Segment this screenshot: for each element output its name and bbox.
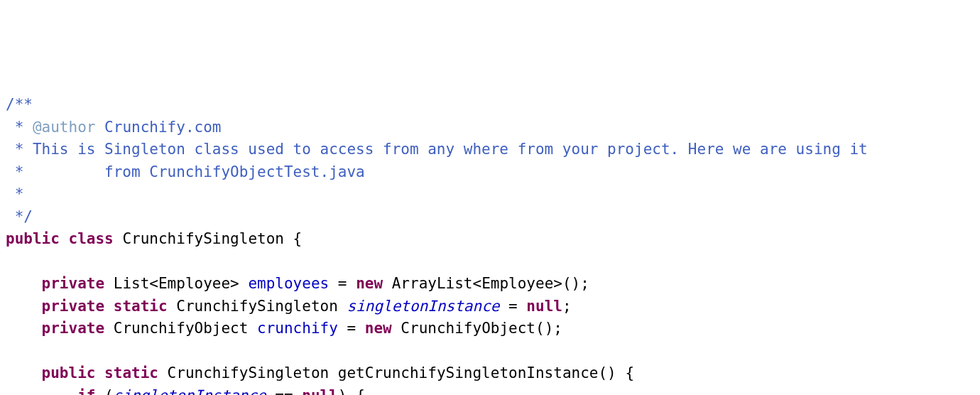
code-text <box>6 320 42 337</box>
static-field: singletonInstance <box>347 298 499 315</box>
static-field: singletonInstance <box>114 387 266 396</box>
code-text <box>6 275 42 292</box>
keyword: null <box>526 298 562 315</box>
keyword: class <box>69 230 114 247</box>
keyword: public <box>6 230 60 247</box>
code-line: * <box>6 185 33 202</box>
code-text: CrunchifySingleton <box>168 298 347 315</box>
field: employees <box>248 275 329 292</box>
keyword: if <box>77 387 95 396</box>
code-text <box>60 230 69 247</box>
code-line: /** <box>6 96 33 113</box>
code-text: CrunchifyObject(); <box>392 320 562 337</box>
code-line: * This is Singleton class used to access… <box>6 141 868 158</box>
code-text: = <box>338 320 365 337</box>
keyword: private <box>42 298 105 315</box>
code-text <box>6 298 42 315</box>
code-line: * <box>6 119 33 136</box>
keyword: null <box>302 387 338 396</box>
code-text: = <box>329 275 356 292</box>
code-text: CrunchifyObject <box>104 320 257 337</box>
code-text: ( <box>95 387 113 396</box>
code-text: ) { <box>338 387 365 396</box>
code-line: * from <box>6 163 149 180</box>
javadoc-tag: @author <box>33 119 96 136</box>
code-text <box>6 364 42 382</box>
code-text <box>104 298 114 315</box>
code-line: */ <box>6 208 33 225</box>
keyword: private <box>42 275 105 292</box>
code-text: = <box>499 298 526 315</box>
keyword: private <box>42 320 105 337</box>
code-block: /** * @author Crunchify.com * This is Si… <box>6 94 974 395</box>
code-text: == <box>266 387 303 396</box>
code-text: List<Employee> <box>104 275 248 292</box>
field: crunchify <box>257 320 338 337</box>
code-text: CrunchifySingleton getCrunchifySingleton… <box>158 364 634 382</box>
code-text <box>6 387 77 396</box>
keyword: static <box>104 364 158 382</box>
code-text: ; <box>562 298 572 315</box>
code-text: CrunchifySingleton { <box>114 230 303 247</box>
code-text: ArrayList<Employee>(); <box>383 275 589 292</box>
keyword: static <box>114 298 168 315</box>
keyword: new <box>356 275 383 292</box>
code-text: Crunchify.com <box>95 119 221 136</box>
code-text <box>95 364 104 382</box>
keyword: public <box>42 364 96 382</box>
code-text: CrunchifyObjectTest.java <box>149 163 364 180</box>
keyword: new <box>365 320 392 337</box>
